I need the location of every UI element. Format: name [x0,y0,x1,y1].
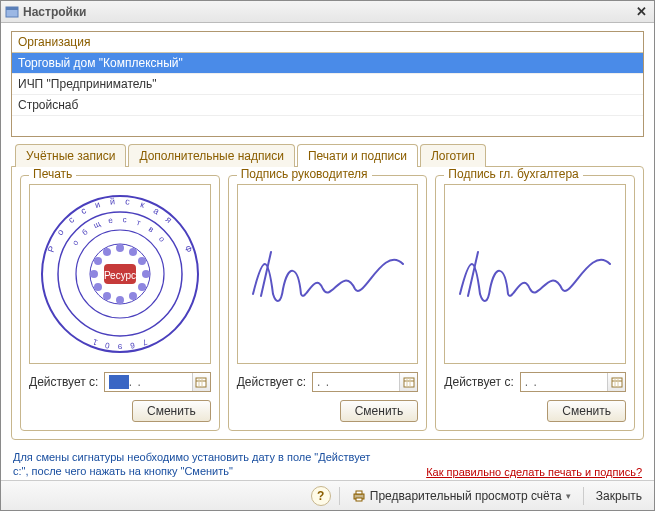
director-date-input[interactable]: . . [312,372,418,392]
svg-text:с: с [66,214,76,225]
calendar-icon[interactable] [192,373,210,391]
accountant-signature-preview [444,184,626,364]
org-row[interactable]: Торговый дом "Комплексный" [12,53,643,74]
svg-text:й: й [109,196,115,206]
svg-text:о: о [157,234,167,244]
group-stamp: Печать [20,175,220,431]
svg-text:о: о [54,227,65,237]
titlebar: Настройки ✕ [1,1,654,23]
svg-point-30 [129,292,137,300]
group-director-signature: Подпись руководителя Действует с: . . [228,175,428,431]
stamp-date-row: Действует с: . . [29,372,211,392]
svg-text:6: 6 [129,341,135,351]
tab-strip: Учётные записи Дополнительные надписи Пе… [15,144,644,167]
group-legend: Печать [29,167,76,181]
svg-point-34 [90,270,98,278]
svg-point-32 [103,292,111,300]
svg-point-35 [94,257,102,265]
hint-text: Для смены сигнатуры необходимо установит… [13,450,373,479]
svg-point-26 [129,248,137,256]
preview-invoice-button[interactable]: Предварительный просмотр счёта ▾ [348,487,575,505]
accountant-change-button[interactable]: Сменить [547,400,626,422]
preview-label: Предварительный просмотр счёта [370,489,562,503]
svg-text:Ресурс: Ресурс [104,270,136,281]
svg-point-28 [142,270,150,278]
svg-text:с: с [79,205,88,216]
org-row[interactable]: Стройснаб [12,95,643,116]
printer-icon [352,489,366,503]
svg-text:а: а [152,205,161,216]
svg-text:щ: щ [92,219,102,230]
date-label: Действует с: [237,375,306,389]
svg-text:1: 1 [91,337,99,347]
svg-text:Ф: Ф [183,244,195,254]
org-row-empty [12,116,643,136]
svg-text:с: с [125,196,131,206]
svg-text:и: и [93,199,101,210]
svg-point-36 [103,248,111,256]
hint-row: Для смены сигнатуры необходимо установит… [11,446,644,479]
svg-text:7: 7 [140,337,148,347]
separator [339,487,340,505]
window-title: Настройки [23,5,632,19]
svg-text:б: б [80,227,90,237]
content-area: Организация Торговый дом "Комплексный" И… [1,23,654,480]
tab-accounts[interactable]: Учётные записи [15,144,126,167]
org-column-header[interactable]: Организация [12,32,643,53]
stamp-preview: Р о с с и й с к а я [29,184,211,364]
svg-text:т: т [135,218,142,228]
svg-rect-52 [612,378,622,387]
svg-point-27 [138,257,146,265]
date-label: Действует с: [29,375,98,389]
svg-text:Р: Р [46,244,57,253]
svg-point-31 [116,296,124,304]
director-signature-preview [237,184,419,364]
svg-text:0: 0 [104,340,110,350]
svg-point-29 [138,283,146,291]
svg-point-33 [94,283,102,291]
svg-point-25 [116,244,124,252]
group-legend: Подпись гл. бухгалтера [444,167,582,181]
svg-rect-44 [196,378,206,387]
stamp-change-button[interactable]: Сменить [132,400,211,422]
footer: ? Предварительный просмотр счёта ▾ Закры… [1,480,654,510]
close-button[interactable]: Закрыть [592,487,646,505]
tab-logo[interactable]: Логотип [420,144,486,167]
svg-text:с: с [122,215,127,224]
close-label: Закрыть [596,489,642,503]
svg-text:в: в [147,224,156,234]
stamp-date-input[interactable]: . . [104,372,210,392]
svg-rect-1 [6,7,18,10]
window-close-button[interactable]: ✕ [632,4,650,20]
help-button[interactable]: ? [311,486,331,506]
svg-text:к: к [139,199,146,210]
svg-text:я: я [164,214,174,225]
signature-icon [243,234,413,314]
organization-table: Организация Торговый дом "Комплексный" И… [11,31,644,137]
settings-window: Настройки ✕ Организация Торговый дом "Ко… [0,0,655,511]
tab-panel: Печать [11,166,644,440]
chevron-down-icon: ▾ [566,491,571,501]
svg-rect-58 [356,498,362,501]
org-row[interactable]: ИЧП "Предприниматель" [12,74,643,95]
svg-text:о: о [70,238,80,247]
svg-text:9: 9 [117,342,122,351]
signature-icon [450,234,620,314]
stamp-icon: Р о с с и й с к а я [35,189,205,359]
accountant-date-row: Действует с: . . [444,372,626,392]
director-date-row: Действует с: . . [237,372,419,392]
calendar-icon[interactable] [607,373,625,391]
svg-rect-48 [404,378,414,387]
calendar-icon[interactable] [399,373,417,391]
help-link[interactable]: Как правильно сделать печать и подпись? [426,466,642,478]
app-icon [5,5,19,19]
tab-stamps-signatures[interactable]: Печати и подписи [297,144,418,167]
accountant-date-input[interactable]: . . [520,372,626,392]
date-label: Действует с: [444,375,513,389]
tab-extra-labels[interactable]: Дополнительные надписи [128,144,295,167]
svg-rect-57 [356,491,362,494]
svg-text:е: е [107,215,113,225]
group-accountant-signature: Подпись гл. бухгалтера Действует с: . . [435,175,635,431]
director-change-button[interactable]: Сменить [340,400,419,422]
group-legend: Подпись руководителя [237,167,372,181]
